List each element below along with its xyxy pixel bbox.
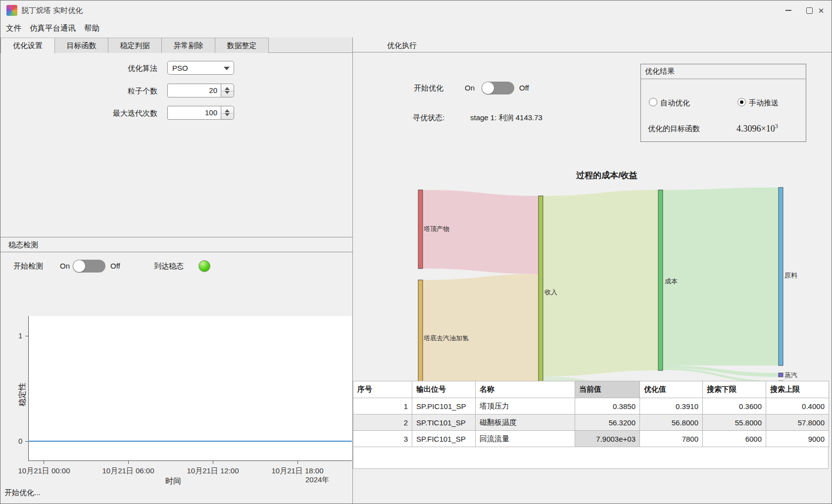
menu-bar: 文件 仿真平台通讯 帮助 <box>0 20 832 37</box>
table-row[interactable]: 1 SP.PIC101_SP 塔顶压力 0.3850 0.3910 0.3600… <box>353 398 829 414</box>
particles-stepper: 20 <box>167 84 234 97</box>
radio-manual-push[interactable] <box>737 98 746 106</box>
cell-optimized[interactable]: 56.8000 <box>640 414 703 431</box>
cell-name[interactable]: 磁翻板温度 <box>476 414 575 431</box>
cell-lower[interactable]: 0.3600 <box>703 398 766 414</box>
close-button[interactable]: ✕ <box>810 0 832 20</box>
col-header-current[interactable]: 当前值 <box>575 381 640 398</box>
radio-manual-label[interactable]: 手动推送 <box>749 98 779 108</box>
sankey-label-steam: 蒸汽 <box>784 371 797 380</box>
cell-lower[interactable]: 55.8000 <box>703 414 766 431</box>
sankey-label-bottoms: 塔底去汽油加氢 <box>424 334 469 343</box>
cell-optimized[interactable]: 7800 <box>640 431 703 447</box>
cell-upper[interactable]: 9000 <box>766 431 829 447</box>
spin-down-icon <box>225 91 230 94</box>
parameters-table[interactable]: 序号 输出位号 名称 当前值 优化值 搜索下限 搜索上限 1 SP.PIC101… <box>353 381 829 447</box>
spin-up-icon <box>225 87 230 90</box>
tab-objective[interactable]: 目标函数 <box>55 38 108 53</box>
menu-item-file[interactable]: 文件 <box>6 23 21 34</box>
objective-value: 4.3096×103 <box>736 123 778 134</box>
cell-name[interactable]: 回流流量 <box>476 431 575 447</box>
x-tick <box>44 461 44 464</box>
algorithm-dropdown[interactable]: PSO <box>167 61 234 75</box>
sankey-label-top-product: 塔顶产物 <box>424 225 449 233</box>
cell-upper[interactable]: 0.4000 <box>766 398 829 414</box>
particles-input[interactable]: 20 <box>167 84 221 97</box>
cell-name[interactable]: 塔顶压力 <box>476 398 575 414</box>
stability-plot-area <box>28 316 352 461</box>
max-iter-spin-buttons[interactable] <box>221 106 234 120</box>
exec-title-underline <box>353 52 832 52</box>
menu-item-sim-comm[interactable]: 仿真平台通讯 <box>30 23 76 34</box>
col-header-optimized[interactable]: 优化值 <box>640 381 703 398</box>
col-header-lower[interactable]: 搜索下限 <box>703 381 766 398</box>
table-row[interactable]: 2 SP.TIC101_SP 磁翻板温度 56.3200 56.8000 55.… <box>353 414 829 431</box>
col-header-index[interactable]: 序号 <box>353 381 412 398</box>
radio-auto-label[interactable]: 自动优化 <box>660 98 690 108</box>
search-status-label: 寻优状态: <box>413 113 444 123</box>
opt-toggle-on-label: On <box>465 84 475 92</box>
y-axis-label: 稳定性 <box>17 383 28 407</box>
sankey-label-feed: 原料 <box>784 271 797 280</box>
cell-index[interactable]: 3 <box>353 431 412 447</box>
x-tick <box>297 461 298 464</box>
col-header-upper[interactable]: 搜索上限 <box>766 381 829 398</box>
start-detect-label: 开始检测 <box>13 262 43 271</box>
cell-optimized[interactable]: 0.3910 <box>640 398 703 414</box>
sankey-label-income: 收入 <box>544 288 557 297</box>
cell-upper[interactable]: 57.8000 <box>766 414 829 431</box>
toggle-knob <box>73 260 85 272</box>
minimize-icon <box>785 10 791 11</box>
tab-opt-settings[interactable]: 优化设置 <box>0 38 55 53</box>
radio-auto-optimize[interactable] <box>649 98 657 106</box>
cell-current[interactable]: 0.3850 <box>575 398 640 414</box>
y-tick-label-0: 0 <box>18 437 22 445</box>
panel-title-underline <box>0 252 352 252</box>
sankey-label-cost: 成本 <box>665 277 678 286</box>
cell-tag[interactable]: SP.PIC101_SP <box>412 398 476 414</box>
tab-data-tuning[interactable]: 数据整定 <box>215 38 269 53</box>
max-iter-input[interactable]: 100 <box>167 106 221 120</box>
steady-state-lamp <box>198 260 210 272</box>
cell-current[interactable]: 56.3200 <box>575 414 640 431</box>
detect-toggle[interactable] <box>73 260 105 273</box>
x-tick-label: 10月21日 12:00 <box>180 466 245 476</box>
panel-divider <box>0 237 352 237</box>
detect-toggle-off-label: Off <box>110 262 120 270</box>
tab-stability-criteria[interactable]: 稳定判据 <box>108 38 162 53</box>
close-icon: ✕ <box>818 7 825 14</box>
node-income <box>538 196 543 386</box>
flow-income-cost <box>543 190 658 376</box>
cell-current[interactable]: 7.9003e+03 <box>575 431 640 447</box>
result-title-underline <box>640 79 806 79</box>
cell-tag[interactable]: SP.TIC101_SP <box>412 414 476 431</box>
y-tick <box>25 336 28 336</box>
table-row[interactable]: 3 SP.FIC101_SP 回流流量 7.9003e+03 7800 6000… <box>353 431 829 447</box>
app-window: 脱丁烷塔 实时优化 ✕ 文件 仿真平台通讯 帮助 优化设置 目标函数 稳定判据 … <box>0 0 832 504</box>
menu-item-help[interactable]: 帮助 <box>84 23 99 34</box>
tab-outlier-removal[interactable]: 异常剔除 <box>162 38 215 53</box>
result-box-title: 优化结果 <box>645 67 675 76</box>
cell-lower[interactable]: 6000 <box>703 431 766 447</box>
x-tick <box>213 461 213 464</box>
minimize-button[interactable] <box>778 0 799 20</box>
x-axis-label: 时间 <box>165 476 181 487</box>
chevron-down-icon <box>224 67 230 70</box>
col-header-tag[interactable]: 输出位号 <box>412 381 476 398</box>
y-tick-label-1: 1 <box>18 331 22 340</box>
particles-spin-buttons[interactable] <box>221 84 234 97</box>
node-feed <box>779 187 783 366</box>
max-iter-label: 最大迭代次数 <box>83 109 157 118</box>
status-bar-text: 开始优化... <box>4 488 41 498</box>
col-header-name[interactable]: 名称 <box>476 381 575 398</box>
cell-tag[interactable]: SP.FIC101_SP <box>412 431 476 447</box>
toggle-knob <box>482 82 494 94</box>
spin-up-icon <box>225 109 230 112</box>
cell-index[interactable]: 1 <box>353 398 412 414</box>
node-top-product <box>418 190 423 269</box>
steady-panel-title: 稳态检测 <box>8 240 38 250</box>
flow-cost-feed <box>663 187 779 366</box>
opt-toggle[interactable] <box>482 82 514 94</box>
particles-label: 粒子个数 <box>83 87 157 96</box>
cell-index[interactable]: 2 <box>353 414 412 431</box>
